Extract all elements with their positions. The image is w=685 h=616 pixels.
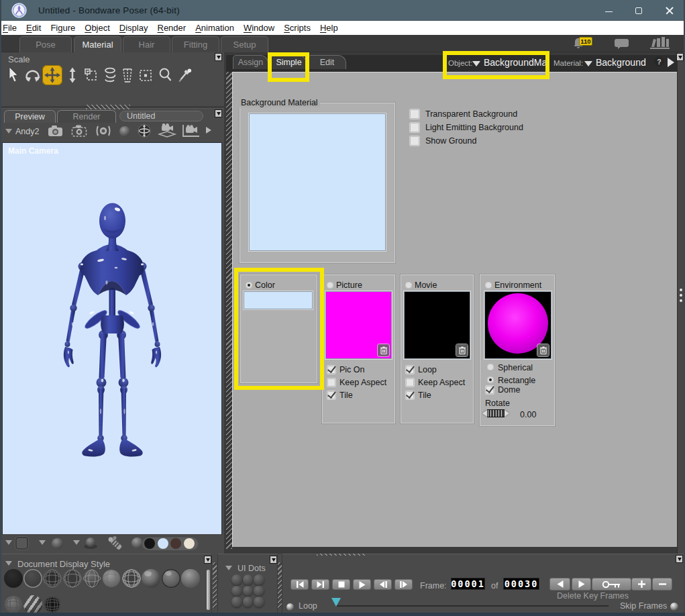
- display-style-wireframe-icon[interactable]: [43, 569, 62, 588]
- tools-panel-menu-button[interactable]: [215, 53, 222, 61]
- ground-camera-icon[interactable]: [157, 123, 177, 138]
- ui-dot-7[interactable]: [231, 597, 242, 607]
- document-name-field[interactable]: Untitled: [119, 111, 203, 121]
- display-style-collapse-icon[interactable]: [5, 561, 12, 566]
- material-panel-menu-button[interactable]: [676, 53, 684, 61]
- material-tab-simple[interactable]: Simple: [271, 55, 307, 69]
- transparent-background-checkbox[interactable]: [410, 109, 419, 119]
- shadow-color-dot[interactable]: [170, 538, 181, 549]
- scale-tool-icon[interactable]: [85, 68, 98, 82]
- skip-frames-toggle[interactable]: [670, 603, 678, 611]
- material-value[interactable]: Background: [596, 57, 646, 68]
- lens-icon[interactable]: [95, 125, 111, 136]
- prev-key-button[interactable]: [549, 578, 570, 591]
- display-style-flat-shaded-icon[interactable]: [102, 569, 121, 588]
- tracking-brush-icon[interactable]: [105, 535, 125, 552]
- step-forward-button[interactable]: [394, 579, 413, 590]
- chat-icon[interactable]: [614, 38, 629, 50]
- display-style-scrollbar[interactable]: [207, 570, 210, 610]
- maximize-button[interactable]: [623, 0, 654, 21]
- display-style-outline-icon[interactable]: [23, 569, 42, 588]
- add-keyframe-button[interactable]: [631, 578, 651, 591]
- delete-keyframe-button[interactable]: [652, 578, 672, 591]
- edit-keyframes-button[interactable]: [592, 578, 631, 591]
- picture-keep-aspect-checkbox[interactable]: [327, 378, 335, 387]
- pic-on-checkbox[interactable]: [327, 366, 335, 374]
- room-tab-fitting[interactable]: Fitting: [172, 36, 219, 52]
- background-color-dot[interactable]: [158, 538, 168, 549]
- select-tool-icon[interactable]: [8, 66, 20, 84]
- dome-checkbox[interactable]: [486, 386, 494, 394]
- ui-dot-9[interactable]: [254, 597, 264, 607]
- object-value[interactable]: BackgroundMa: [484, 57, 547, 68]
- environment-radio[interactable]: [485, 282, 492, 289]
- ui-dot-3[interactable]: [254, 574, 264, 585]
- picture-radio[interactable]: [327, 282, 333, 289]
- minimize-button[interactable]: [593, 0, 624, 21]
- color-picker-tool-icon[interactable]: [178, 67, 192, 83]
- notification-badge[interactable]: 110: [579, 37, 592, 46]
- color-swatch[interactable]: [244, 292, 312, 309]
- material-tab-edit[interactable]: Edit: [308, 55, 346, 69]
- rectangle-radio[interactable]: [487, 376, 494, 383]
- footer-dropdown-3-icon[interactable]: [73, 540, 80, 545]
- ui-dot-1[interactable]: [231, 574, 242, 585]
- camera-name[interactable]: Andy2: [15, 127, 39, 136]
- object-dropdown-icon[interactable]: [472, 61, 480, 66]
- first-frame-button[interactable]: [291, 579, 309, 590]
- footer-dropdown-2-icon[interactable]: [39, 540, 46, 545]
- show-ground-checkbox[interactable]: [410, 136, 419, 146]
- menu-help[interactable]: Help: [320, 23, 338, 33]
- picture-delete-button[interactable]: [378, 344, 389, 356]
- room-tab-pose[interactable]: Pose: [19, 36, 72, 52]
- shadow-ball-icon[interactable]: [52, 538, 63, 549]
- translate-y-tool-icon[interactable]: [66, 67, 78, 83]
- ui-dot-6[interactable]: [254, 586, 264, 597]
- environment-delete-button[interactable]: [537, 344, 549, 356]
- picture-tile-checkbox[interactable]: [327, 391, 335, 399]
- rotate-tool-icon[interactable]: [23, 68, 42, 83]
- display-style-smooth-lined-icon[interactable]: [4, 595, 23, 614]
- doc-panel-menu-button[interactable]: [215, 109, 222, 117]
- stop-button[interactable]: [332, 579, 350, 590]
- rotate-slider-left-icon[interactable]: [482, 410, 487, 417]
- zoom-tool-icon[interactable]: [158, 67, 172, 83]
- ui-dots-menu-button[interactable]: [270, 556, 277, 564]
- ball-icon[interactable]: [119, 126, 130, 137]
- camera-dolly-icon[interactable]: [70, 123, 88, 137]
- display-style-silhouette-icon[interactable]: [4, 569, 23, 588]
- ui-dot-4[interactable]: [231, 586, 242, 597]
- hat-ball-icon[interactable]: [84, 537, 97, 550]
- menu-render[interactable]: Render: [157, 23, 186, 33]
- room-tab-hair[interactable]: Hair: [123, 36, 170, 52]
- display-style-cartoon-icon[interactable]: [142, 569, 160, 588]
- menu-object[interactable]: Object: [85, 23, 110, 33]
- ui-dot-2[interactable]: [243, 574, 254, 585]
- rotate-slider-wheel[interactable]: [487, 409, 505, 417]
- movie-tile-checkbox[interactable]: [406, 391, 414, 399]
- spherical-radio[interactable]: [487, 364, 494, 370]
- taper-tool-icon[interactable]: [122, 68, 133, 83]
- ui-dots-collapse-icon[interactable]: [225, 566, 232, 570]
- display-style-texture-shaded-icon[interactable]: [23, 595, 42, 614]
- menu-window[interactable]: Window: [244, 23, 274, 33]
- display-style-hidden-line-icon[interactable]: [63, 569, 82, 588]
- material-panel-left-grip[interactable]: [226, 72, 232, 549]
- room-tab-material[interactable]: Material: [74, 36, 121, 52]
- menu-figure[interactable]: Figure: [50, 23, 75, 33]
- menu-edit[interactable]: Edit: [26, 23, 41, 33]
- menu-file[interactable]: File: [3, 23, 17, 33]
- rotate-slider[interactable]: [482, 409, 509, 417]
- display-style-cartoon-lined-icon[interactable]: [162, 569, 180, 588]
- ui-dot-5[interactable]: [243, 586, 254, 597]
- background-color-swatch[interactable]: [250, 114, 385, 250]
- panel-grip-1[interactable]: [213, 562, 217, 608]
- camera-row-more-icon[interactable]: [206, 127, 211, 134]
- movie-radio[interactable]: [405, 282, 412, 289]
- divider-grip[interactable]: [86, 105, 130, 109]
- movie-keep-aspect-checkbox[interactable]: [406, 378, 414, 387]
- animation-menu-button[interactable]: [676, 555, 683, 563]
- display-style-flat-lined-icon[interactable]: [122, 569, 141, 588]
- close-button[interactable]: [654, 0, 685, 21]
- tab-render[interactable]: Render: [57, 110, 116, 123]
